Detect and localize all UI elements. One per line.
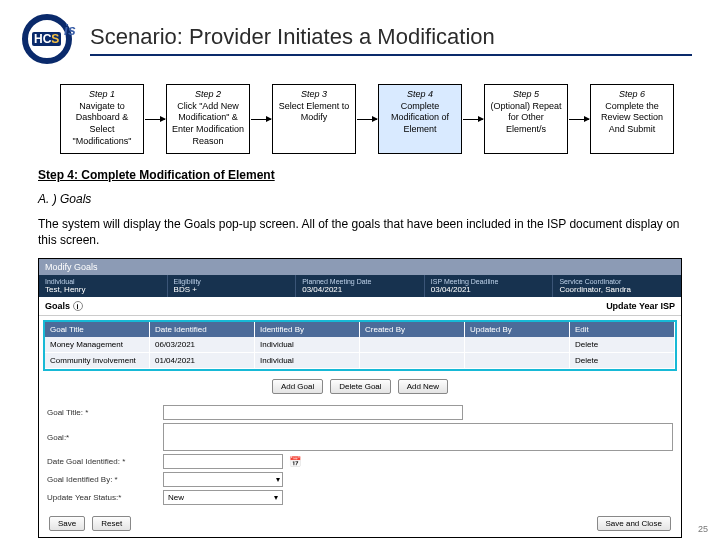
goals-header-row: Goals i Update Year ISP — [39, 297, 681, 316]
goals-label: Goals i — [45, 301, 83, 311]
info-coordinator: Service CoordinatorCoordinator, Sandra — [553, 275, 681, 297]
save-and-close-button[interactable]: Save and Close — [597, 516, 671, 531]
add-goal-button[interactable]: Add Goal — [272, 379, 323, 394]
date-identified-label: Date Goal Identified: * — [47, 457, 157, 466]
info-meeting-date: Planned Meeting Date03/04/2021 — [296, 275, 425, 297]
flow-step-5: Step 5 (Optional) Repeat for Other Eleme… — [484, 84, 568, 154]
step-desc: (Optional) Repeat for Other Element/s — [487, 101, 565, 136]
step-title: Step 5 — [513, 89, 539, 101]
col-date-identified: Date Identified — [150, 322, 255, 337]
cell — [465, 337, 570, 352]
flow-step-2: Step 2 Click "Add New Modification" & En… — [166, 84, 250, 154]
info-deadline: ISP Meeting Deadline03/04/2021 — [425, 275, 554, 297]
cell: Community Involvement — [45, 353, 150, 368]
cell: 06/03/2021 — [150, 337, 255, 352]
section-body: The system will display the Goals pop-up… — [0, 210, 720, 258]
flow-step-6: Step 6 Complete the Review Section And S… — [590, 84, 674, 154]
page-number: 25 — [698, 524, 708, 534]
goals-screenshot: Modify Goals IndividualTest, Henry Eligi… — [38, 258, 682, 538]
delete-link[interactable]: Delete — [570, 337, 675, 352]
goal-form: Goal Title: * Goal:* Date Goal Identifie… — [39, 398, 681, 512]
goal-label: Goal:* — [47, 433, 157, 442]
goals-grid-highlight: Goal Title Date Identified Identified By… — [43, 320, 677, 371]
grid-row[interactable]: Money Management 06/03/2021 Individual D… — [45, 337, 675, 353]
bottom-button-row: Save Reset Save and Close — [39, 512, 681, 537]
step-desc: Navigate to Dashboard & Select "Modifica… — [63, 101, 141, 148]
arrow-icon — [357, 119, 377, 120]
goal-title-label: Goal Title: * — [47, 408, 157, 417]
step-title: Step 3 — [301, 89, 327, 101]
step-desc: Select Element to Modify — [275, 101, 353, 124]
cell: Individual — [255, 353, 360, 368]
flow-step-1: Step 1 Navigate to Dashboard & Select "M… — [60, 84, 144, 154]
step-title: Step 6 — [619, 89, 645, 101]
flow-step-3: Step 3 Select Element to Modify — [272, 84, 356, 154]
step-title: Step 4 — [407, 89, 433, 101]
title-block: Scenario: Provider Initiates a Modificat… — [90, 24, 702, 56]
chevron-down-icon: ▾ — [274, 493, 278, 502]
add-new-button[interactable]: Add New — [398, 379, 448, 394]
cell — [360, 353, 465, 368]
section-subheading: A. ) Goals — [0, 186, 720, 210]
step-desc: Click "Add New Modification" & Enter Mod… — [169, 101, 247, 148]
cell — [465, 353, 570, 368]
process-flow: Step 1 Navigate to Dashboard & Select "M… — [0, 70, 720, 162]
flow-step-4: Step 4 Complete Modification of Element — [378, 84, 462, 154]
arrow-icon — [463, 119, 483, 120]
logo-is: is — [64, 22, 76, 38]
info-strip: IndividualTest, Henry EligibilityBDS + P… — [39, 275, 681, 297]
cell: Individual — [255, 337, 360, 352]
slide-header: HCS is Scenario: Provider Initiates a Mo… — [0, 0, 720, 70]
section-heading: Step 4: Complete Modification of Element — [0, 162, 720, 186]
col-edit: Edit — [570, 322, 675, 337]
page-title: Scenario: Provider Initiates a Modificat… — [90, 24, 702, 54]
reset-button[interactable]: Reset — [92, 516, 131, 531]
title-underline — [90, 54, 692, 56]
calendar-icon[interactable]: 📅 — [289, 456, 301, 467]
step-title: Step 1 — [89, 89, 115, 101]
cell: 01/04/2021 — [150, 353, 255, 368]
goal-title-input[interactable] — [163, 405, 463, 420]
grid-button-row: Add Goal Delete Goal Add New — [39, 375, 681, 398]
col-created-by: Created By — [360, 322, 465, 337]
status-label: Update Year Status:* — [47, 493, 157, 502]
grid-header: Goal Title Date Identified Identified By… — [45, 322, 675, 337]
step-title: Step 2 — [195, 89, 221, 101]
date-identified-input[interactable] — [163, 454, 283, 469]
col-identified-by: Identified By — [255, 322, 360, 337]
update-year-button[interactable]: Update Year ISP — [606, 301, 675, 311]
identified-by-select[interactable]: ▾ — [163, 472, 283, 487]
save-button[interactable]: Save — [49, 516, 85, 531]
delete-goal-button[interactable]: Delete Goal — [330, 379, 390, 394]
cell — [360, 337, 465, 352]
identified-by-label: Goal Identified By: * — [47, 475, 157, 484]
grid-row[interactable]: Community Involvement 01/04/2021 Individ… — [45, 353, 675, 369]
col-updated-by: Updated By — [465, 322, 570, 337]
hcsis-logo: HCS is — [18, 10, 90, 70]
info-individual: IndividualTest, Henry — [39, 275, 168, 297]
popup-title-bar: Modify Goals — [39, 259, 681, 275]
goal-textarea[interactable] — [163, 423, 673, 451]
arrow-icon — [251, 119, 271, 120]
logo-text: HCS — [32, 32, 61, 46]
chevron-down-icon: ▾ — [276, 475, 280, 484]
delete-link[interactable]: Delete — [570, 353, 675, 368]
status-select[interactable]: New ▾ — [163, 490, 283, 505]
cell: Money Management — [45, 337, 150, 352]
info-icon[interactable]: i — [73, 301, 83, 311]
step-desc: Complete the Review Section And Submit — [593, 101, 671, 136]
arrow-icon — [569, 119, 589, 120]
status-value: New — [168, 493, 184, 502]
info-eligibility: EligibilityBDS + — [168, 275, 297, 297]
step-desc: Complete Modification of Element — [381, 101, 459, 136]
arrow-icon — [145, 119, 165, 120]
col-goal-title: Goal Title — [45, 322, 150, 337]
